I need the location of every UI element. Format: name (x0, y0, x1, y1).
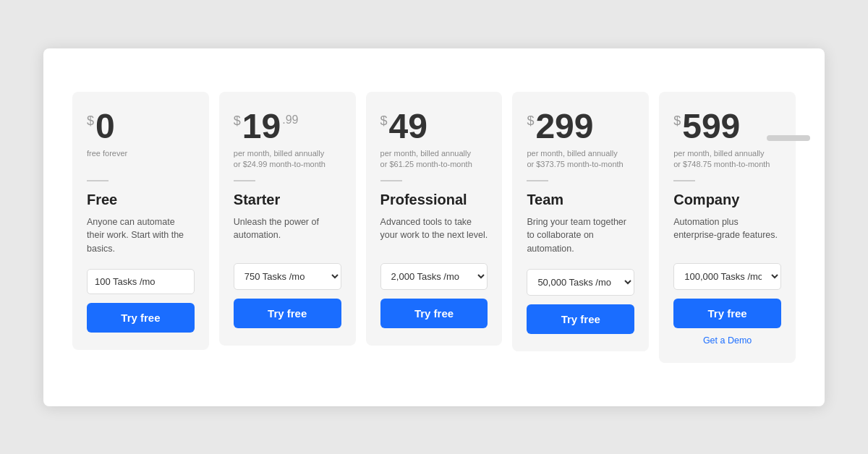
divider-free (87, 180, 109, 181)
plan-name-team: Team (527, 192, 634, 208)
try-free-button-team[interactable]: Try free (527, 304, 634, 334)
price-main-company: 599 (682, 109, 740, 144)
price-subtitle-team: per month, billed annually or $373.75 mo… (527, 148, 634, 171)
pricing-card-company: $599per month, billed annually or $748.7… (659, 92, 796, 363)
divider-professional (380, 180, 402, 181)
price-subtitle-starter: per month, billed annually or $24.99 mon… (234, 148, 341, 171)
tasks-select-professional[interactable]: 2,000 Tasks /mo5,000 Tasks /mo10,000 Tas… (380, 263, 488, 290)
currency-symbol-starter: $ (234, 113, 241, 129)
price-subtitle-company: per month, billed annually or $748.75 mo… (673, 148, 781, 171)
plan-description-starter: Unleash the power of automation. (234, 215, 341, 250)
currency-symbol-company: $ (673, 113, 681, 129)
pricing-page: $0free foreverFreeAnyone can automate th… (43, 48, 825, 406)
tasks-display-free: 100 Tasks /mo (87, 269, 195, 294)
plan-description-team: Bring your team together to collaborate … (527, 215, 634, 256)
pricing-card-team: $299per month, billed annually or $373.7… (512, 92, 649, 351)
plan-name-starter: Starter (234, 192, 341, 208)
plan-name-free: Free (87, 192, 195, 208)
pricing-card-starter: $19.99per month, billed annually or $24.… (219, 92, 356, 346)
scrollbar[interactable] (767, 135, 810, 141)
price-subtitle-professional: per month, billed annually or $61.25 mon… (380, 148, 488, 171)
price-row-company: $599 (673, 109, 781, 144)
divider-starter (234, 180, 255, 181)
plan-name-company: Company (673, 192, 781, 208)
tasks-select-company[interactable]: 100,000 Tasks /mo200,000 Tasks /mo (673, 263, 781, 290)
try-free-button-professional[interactable]: Try free (380, 299, 488, 328)
price-cents-starter: .99 (282, 113, 298, 127)
divider-company (673, 180, 695, 181)
price-main-starter: 19 (242, 109, 281, 144)
price-row-starter: $19.99 (234, 109, 341, 144)
price-main-professional: 49 (389, 109, 427, 144)
price-row-team: $299 (527, 109, 634, 144)
pricing-card-free: $0free foreverFreeAnyone can automate th… (72, 92, 209, 350)
plan-description-free: Anyone can automate their work. Start wi… (87, 215, 195, 256)
price-subtitle-free: free forever (87, 148, 195, 171)
currency-symbol-professional: $ (380, 113, 388, 129)
price-row-free: $0 (87, 109, 195, 144)
tasks-select-starter[interactable]: 750 Tasks /mo1,500 Tasks /mo3,000 Tasks … (234, 263, 341, 290)
try-free-button-company[interactable]: Try free (673, 299, 781, 328)
get-demo-link-company[interactable]: Get a Demo (673, 335, 781, 346)
price-main-team: 299 (535, 109, 593, 144)
tasks-select-team[interactable]: 50,000 Tasks /mo100,000 Tasks /mo (527, 269, 634, 296)
plan-description-professional: Advanced tools to take your work to the … (380, 215, 488, 250)
price-row-professional: $49 (380, 109, 488, 144)
currency-symbol-free: $ (87, 113, 94, 129)
try-free-button-starter[interactable]: Try free (234, 299, 341, 328)
pricing-grid: $0free foreverFreeAnyone can automate th… (72, 92, 796, 363)
plan-description-company: Automation plus enterprise-grade feature… (673, 215, 781, 250)
try-free-button-free[interactable]: Try free (87, 303, 195, 333)
pricing-card-professional: $49per month, billed annually or $61.25 … (366, 92, 503, 346)
currency-symbol-team: $ (527, 113, 534, 129)
plan-name-professional: Professional (380, 192, 488, 208)
price-main-free: 0 (95, 109, 115, 144)
divider-team (527, 180, 548, 181)
